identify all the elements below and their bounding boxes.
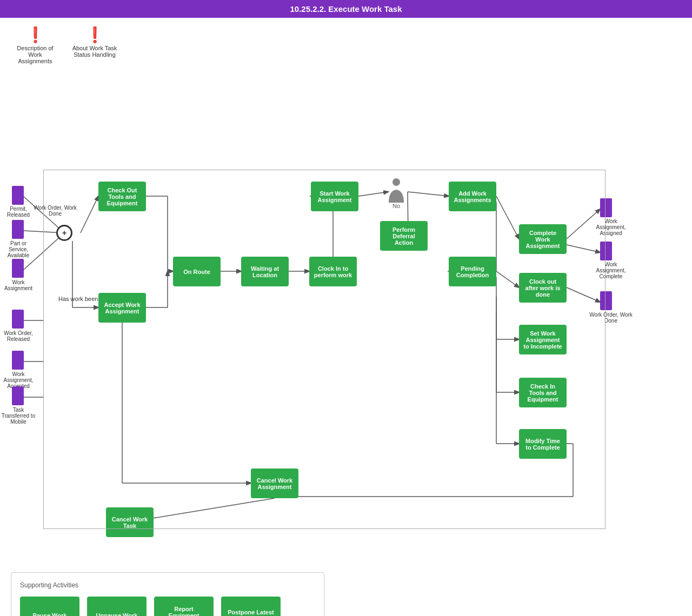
- top-icons-area: ❗ Description of Work Assignments ❗ Abou…: [0, 18, 692, 70]
- work-assignment-complete-box: [600, 242, 612, 260]
- task-transferred-mobile-box: [12, 386, 24, 405]
- svg-line-6: [81, 196, 98, 233]
- desc-assignments-icon-item[interactable]: ❗ Description of Work Assignments: [11, 28, 59, 64]
- about-work-task-label: About Work Task Status Handling: [70, 45, 119, 58]
- work-assignment-assigned-box: [600, 198, 612, 217]
- part-service-box: [12, 220, 24, 239]
- svg-line-30: [567, 245, 600, 252]
- desc-assignments-label: Description of Work Assignments: [11, 45, 59, 64]
- header-title: 10.25.2.2. Execute Work Task: [290, 4, 402, 14]
- svg-line-19: [496, 196, 519, 239]
- add-work-assignments-box[interactable]: Add Work Assignments: [449, 182, 496, 211]
- person-svg: [387, 178, 406, 203]
- cancel-work-assignment-box[interactable]: Cancel Work Assignment: [251, 468, 298, 498]
- supporting-activities-section: Supporting Activities Pause Work Unpause…: [11, 572, 324, 616]
- work-order-released-box: [12, 310, 24, 329]
- gateway-symbol: +: [62, 229, 66, 237]
- waiting-at-location-box[interactable]: Waiting at Location: [241, 257, 289, 286]
- work-order-released-label: Work Order, Released: [0, 330, 37, 342]
- svg-line-18: [408, 192, 449, 196]
- start-work-assignment-box[interactable]: Start Work Assignment: [311, 182, 358, 211]
- clock-in-perform-work-box[interactable]: Clock In to perform work: [309, 257, 357, 286]
- permit-released-box: [12, 186, 24, 205]
- has-work-accepted-gateway: +: [56, 225, 72, 241]
- svg-line-16: [358, 192, 388, 196]
- clock-out-after-work-box[interactable]: Clock out after work is done: [519, 273, 567, 303]
- unpause-work-button[interactable]: Unpause Work: [87, 597, 147, 616]
- manual-step-label: No: [392, 203, 400, 209]
- page-header: 10.25.2.2. Execute Work Task: [0, 0, 692, 18]
- permit-released-label: Permit, Released: [0, 206, 37, 218]
- supporting-title: Supporting Activities: [20, 581, 315, 589]
- work-order-work-done-box: [600, 291, 612, 310]
- pause-work-button[interactable]: Pause Work: [20, 597, 79, 616]
- report-equipment-downtime-button[interactable]: Report Equipment Object Downtime: [154, 597, 214, 616]
- task-transferred-label: Task Transferred to Mobile: [0, 407, 37, 425]
- svg-point-40: [392, 178, 400, 186]
- exclaim-icon-2: ❗: [85, 28, 104, 43]
- work-assignment-box: [12, 259, 24, 278]
- diagram-area: + Work Order, Work Done Has work been ac…: [0, 75, 692, 561]
- svg-line-22: [496, 271, 519, 287]
- exclaim-icon-1: ❗: [26, 28, 45, 43]
- postpone-latest-finish-button[interactable]: Postpone Latest Finish: [221, 597, 281, 616]
- supporting-buttons: Pause Work Unpause Work Report Equipment…: [20, 597, 315, 616]
- complete-work-assignment-box[interactable]: Complete Work Assignment: [519, 224, 567, 254]
- modify-time-to-complete-box[interactable]: Modify Time to Complete: [519, 429, 567, 459]
- about-work-task-icon-item[interactable]: ❗ About Work Task Status Handling: [70, 28, 119, 64]
- part-service-label: Part or Service, Available: [0, 240, 37, 258]
- check-out-tools-box[interactable]: Check Out Tools and Equipment: [98, 182, 146, 211]
- perform-deferral-action-box[interactable]: Perform Deferral Action: [380, 221, 428, 251]
- work-assignment-complete-label: Work Assignment, Complete: [589, 262, 633, 279]
- set-work-assignment-incomplete-box[interactable]: Set Work Assignment to Incomplete: [519, 325, 567, 354]
- has-work-accepted-label: Work Order, Work Done: [34, 205, 77, 217]
- on-route-box[interactable]: On Route: [173, 257, 221, 286]
- svg-line-31: [567, 287, 600, 302]
- accept-work-assignment-box[interactable]: Accept Work Assignment: [98, 293, 146, 323]
- work-assignment-accepted-box: [12, 351, 24, 370]
- pending-completion-box[interactable]: Pending Completion: [449, 257, 496, 286]
- work-order-work-done-label: Work Order, Work Done: [589, 312, 633, 324]
- work-assignment-assigned-label: Work Assignment, Assigned: [589, 218, 633, 236]
- check-in-tools-equipment-box[interactable]: Check In Tools and Equipment: [519, 378, 567, 407]
- manual-step-icon: No: [387, 178, 406, 209]
- work-assignment-label: Work Assignment: [0, 279, 37, 291]
- cancel-work-task-box[interactable]: Cancel Work Task: [106, 507, 154, 537]
